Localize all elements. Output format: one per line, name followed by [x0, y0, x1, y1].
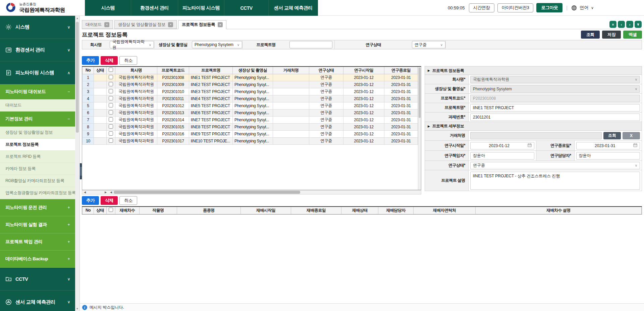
tab-대쉬보드[interactable]: 대쉬보드×	[82, 20, 113, 29]
row-checkbox[interactable]	[109, 96, 113, 100]
tab-생장상 및 영상촬영실 정보[interactable]: 생장상 및 영상촬영실 정보×	[114, 20, 177, 29]
project-grid-horizontal-scrollbar[interactable]: ◀ ▶ ◀	[82, 190, 421, 194]
scrollbar-thumb[interactable]	[76, 22, 79, 133]
sidebar-group-피노타이핑 운전 관리[interactable]: 피노타이핑 운전 관리+	[0, 199, 75, 216]
client-clear-button[interactable]: X	[623, 132, 640, 139]
row-checkbox[interactable]	[109, 138, 113, 143]
row-checkbox[interactable]	[109, 124, 113, 129]
row-checkbox[interactable]	[109, 131, 113, 136]
row-checkbox[interactable]	[109, 110, 113, 115]
sidebar-item-대쉬보드[interactable]: 대쉬보드	[0, 99, 75, 112]
close-icon[interactable]: ×	[168, 22, 173, 27]
next-tab-button[interactable]: ›	[626, 21, 633, 28]
research-leader-input[interactable]: 장윤아	[470, 152, 534, 160]
sidebar-group-기본정보 관리[interactable]: 기본정보 관리−	[0, 112, 75, 127]
sidebar-group-label: 프로젝트 백업 관리	[5, 239, 43, 245]
project-grid-row[interactable]: 4국립원예특작과학원P202301011lINE4 TEST PROJECTPh…	[83, 95, 418, 102]
project-grid-vertical-scrollbar[interactable]	[418, 67, 421, 190]
project-grid-row[interactable]: 3국립원예특작과학원P202301010lINE3 TEST PROJECTPh…	[83, 88, 418, 95]
sidebar-item-CCTV[interactable]: CCTV∨	[0, 268, 75, 291]
calendar-icon[interactable]	[633, 143, 637, 148]
sidebar-scrollbar[interactable]: ▲ ▼	[75, 16, 80, 311]
row-checkbox[interactable]	[109, 75, 113, 79]
sidebar-group-피노타이핑 대쉬보드[interactable]: 피노타이핑 대쉬보드−	[0, 84, 75, 99]
project-name-field[interactable]: lINE1 TEST PROJECT	[470, 104, 640, 112]
scrollbar-thumb[interactable]	[419, 68, 421, 118]
language-selector[interactable]: 언어 ∨	[571, 5, 594, 11]
delete-button[interactable]: 삭제	[101, 196, 118, 205]
cancel-button[interactable]: 취소	[119, 196, 137, 205]
sidebar-item-RGB촬영실 카메라좌표정보 등록[interactable]: RGB촬영실 카메라좌표정보 등록	[0, 175, 75, 187]
chamber-filter-select[interactable]: Phenotyping Sysytem ∨	[192, 41, 242, 48]
sidebar-item-센서 교체 예측관리[interactable]: 센서 교체 예측관리∨	[0, 291, 75, 311]
state-filter-select[interactable]: 연구중 ∨	[412, 41, 445, 48]
logout-button[interactable]: 로그아웃	[536, 3, 562, 12]
chamber-select[interactable]: Phenotyping Sysytem∨	[470, 85, 640, 93]
end-date-input[interactable]: 2023-01-31	[576, 142, 640, 149]
top-nav-item[interactable]: CCTV	[224, 0, 268, 16]
research-state-select[interactable]: 연구중∨	[470, 162, 640, 169]
cell-company: 국립원예특작과학원	[115, 102, 157, 109]
add-button[interactable]: 추가	[82, 196, 99, 205]
row-checkbox[interactable]	[109, 89, 113, 93]
delete-button[interactable]: 삭제	[101, 56, 118, 65]
task-number-field[interactable]: 23011201	[470, 114, 640, 121]
scroll-right-icon[interactable]: ▶	[103, 191, 108, 194]
project-grid-row[interactable]: 10국립원예특작과학원P202301017lINE10 TEST PROJE..…	[83, 137, 418, 144]
calendar-icon[interactable]	[528, 143, 532, 148]
project-grid-row[interactable]: 9국립원예특작과학원P202301016lINE9 TEST PROJECTPh…	[83, 130, 418, 137]
sidebar-item-피노타이핑 시스템[interactable]: 피노타이핑 시스템∧	[0, 61, 75, 84]
project-grid-row[interactable]: 8국립원예특작과학원P202301015lINE8 TEST PROJECTPh…	[83, 123, 418, 130]
add-button[interactable]: 추가	[82, 56, 99, 65]
project-grid-row[interactable]: 7국립원예특작과학원P202301014lINE7 TEST PROJECTPh…	[83, 116, 418, 123]
start-date-input[interactable]: 2023-01-12	[470, 142, 534, 149]
sidebar-item-카메라 정보 등록[interactable]: 카메라 정보 등록	[0, 163, 75, 175]
top-nav-item[interactable]: 시스템	[85, 0, 131, 16]
sidebar-group-피노타이핑 실험 결과[interactable]: 피노타이핑 실험 결과+	[0, 216, 75, 233]
sidebar-item-프로젝트 정보등록[interactable]: 프로젝트 정보등록	[0, 139, 75, 151]
research-manager-input[interactable]: 장윤아	[576, 152, 640, 160]
project-grid-row[interactable]: 1국립원예특작과학원P202301008lINE1 TEST PROJECTPh…	[83, 74, 418, 81]
org-logo: 농촌진흥청 국립원예특작과학원	[0, 0, 85, 15]
client-search-button[interactable]: 조회	[603, 132, 621, 139]
select-all-checkbox[interactable]	[109, 208, 113, 212]
scroll-left-icon[interactable]: ◀	[108, 191, 114, 194]
close-icon[interactable]: ×	[104, 22, 109, 27]
sidebar-item-시스템[interactable]: 시스템∨	[0, 16, 75, 39]
top-nav-item[interactable]: 피노타이핑 시스템	[178, 0, 224, 16]
sidebar-item-프로젝트 RFID 등록[interactable]: 프로젝트 RFID 등록	[0, 151, 75, 163]
scroll-up-icon[interactable]: ▲	[75, 16, 79, 20]
project-grid-row[interactable]: 5국립원예특작과학원P202301012lINE5 TEST PROJECTPh…	[83, 102, 418, 109]
cancel-button[interactable]: 취소	[119, 56, 137, 65]
project-grid-row[interactable]: 6국립원예특작과학원P202301013lINE6 TEST PROJECTPh…	[83, 109, 418, 116]
project-name-input[interactable]	[289, 41, 332, 48]
select-all-checkbox[interactable]	[109, 68, 113, 72]
row-checkbox[interactable]	[109, 82, 113, 86]
close-icon[interactable]: ×	[218, 22, 223, 27]
scrollbar-thumb[interactable]	[114, 191, 300, 194]
tab-프로젝트 정보등록[interactable]: 프로젝트 정보등록×	[178, 20, 226, 29]
company-select[interactable]: 국립원예특작과학원∨	[470, 76, 640, 83]
prev-tab-button[interactable]: ‹	[618, 21, 625, 28]
excel-button[interactable]: 엑셀	[623, 31, 642, 39]
top-nav-item[interactable]: 센서 교체 예측관리	[268, 0, 318, 16]
company-filter-select[interactable]: 국립원예특작과학원 ∨	[110, 41, 154, 48]
scroll-left-icon[interactable]: ◀	[82, 191, 88, 194]
scroll-down-icon[interactable]: ▼	[75, 306, 79, 311]
sidebar-item-엽록소형광촬영실 카메라좌표정보 등록[interactable]: 엽록소형광촬영실 카메라좌표정보 등록	[0, 187, 75, 199]
row-checkbox[interactable]	[109, 117, 113, 122]
search-button[interactable]: 조회	[581, 31, 600, 39]
collapse-tabs-button[interactable]: ∨	[635, 21, 642, 28]
sidebar-item-생장상 및 영상촬영실 정보[interactable]: 생장상 및 영상촬영실 정보	[0, 127, 75, 139]
account-button[interactable]: 아이티컨버전3	[497, 3, 534, 12]
close-all-tabs-button[interactable]: ×	[609, 21, 616, 28]
project-desc-textarea[interactable]: lINE1 TEST PROJECT - 상추 건조스트레스 진행	[470, 172, 640, 190]
top-nav-item[interactable]: 환경센서 관리	[131, 0, 178, 16]
sidebar-item-환경센서 관리[interactable]: 환경센서 관리∨	[0, 39, 75, 61]
project-grid-row[interactable]: 2국립원예특작과학원P202301009lINE2 TEST PROJECTPh…	[83, 81, 418, 88]
save-button[interactable]: 저장	[602, 31, 621, 39]
row-checkbox[interactable]	[109, 103, 113, 107]
sidebar-group-데이타베이스 Backup[interactable]: 데이타베이스 Backup+	[0, 251, 75, 268]
sidebar-group-프로젝트 백업 관리[interactable]: 프로젝트 백업 관리+	[0, 233, 75, 251]
extend-time-button[interactable]: 시간연장	[469, 3, 494, 12]
